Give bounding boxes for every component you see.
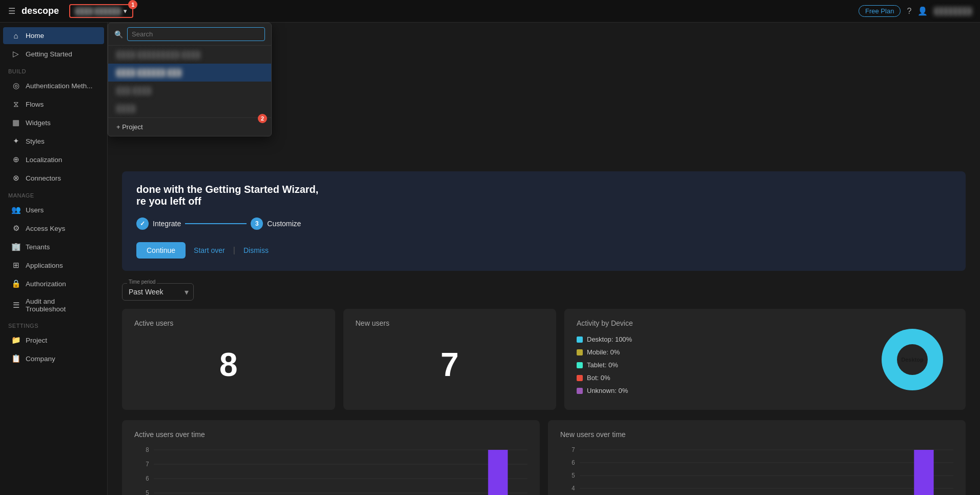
search-input[interactable]	[127, 27, 265, 41]
hamburger-icon[interactable]: ☰	[8, 6, 15, 16]
sidebar-item-authorization-label: Authorization	[26, 280, 66, 288]
badge-2: 2	[258, 114, 267, 123]
badge-1: 1	[128, 0, 137, 9]
sidebar-item-auth-methods[interactable]: ◎ Authentication Meth...	[3, 77, 104, 94]
time-period-label: Time period	[127, 279, 157, 285]
sidebar-item-getting-started[interactable]: ▷ Getting Started	[3, 45, 104, 63]
logo-text: descope	[22, 6, 59, 16]
project-icon: 📁	[11, 335, 21, 345]
legend-unknown: Unknown: 0%	[577, 387, 861, 394]
active-users-title: Active users	[134, 319, 323, 327]
sidebar-item-audit-label: Audit and Troubleshoot	[26, 298, 96, 313]
getting-started-banner: done with the Getting Started Wizard, re…	[122, 171, 966, 271]
legend-tablet-label: Tablet: 0%	[587, 361, 618, 369]
legend-desktop-label: Desktop: 100%	[587, 335, 632, 343]
sidebar-item-tenants[interactable]: 🏢 Tenants	[3, 238, 104, 255]
time-period-select[interactable]: Past Week Past Month Past Year	[122, 283, 194, 301]
sidebar-item-flows[interactable]: ⧖ Flows	[3, 95, 104, 113]
add-project-button[interactable]: + Project 2	[108, 117, 271, 136]
body-wrap: ⌂ Home ▷ Getting Started Build ◎ Authent…	[0, 23, 980, 495]
logo: descope	[22, 6, 59, 16]
sidebar-item-audit[interactable]: ☰ Audit and Troubleshoot	[3, 293, 104, 317]
sidebar-item-localization[interactable]: ⊕ Localization	[3, 151, 104, 168]
sidebar-item-widgets[interactable]: ▦ Widgets	[3, 114, 104, 131]
new-users-card: New users 7	[343, 309, 557, 410]
gs-title: done with the Getting Started Wizard, re…	[136, 184, 951, 207]
legend-dot-mobile	[577, 349, 583, 355]
gs-step-customize: 3 Customize	[251, 217, 301, 230]
legend-bot: Bot: 0%	[577, 374, 861, 382]
help-icon[interactable]: ?	[907, 7, 911, 16]
sidebar-item-authorization[interactable]: 🔒 Authorization	[3, 275, 104, 292]
flows-icon: ⧖	[11, 100, 21, 109]
sidebar-item-company[interactable]: 📋 Company	[3, 350, 104, 367]
dropdown-item-2-label: ████ ██████ ███	[116, 69, 181, 76]
users-icon: 👥	[11, 205, 21, 214]
sidebar-item-access-keys-label: Access Keys	[26, 225, 65, 232]
device-legend: Desktop: 100% Mobile: 0% Tablet: 0%	[577, 335, 861, 394]
sidebar-item-tenants-label: Tenants	[26, 243, 50, 251]
main-inner: done with the Getting Started Wizard, re…	[108, 161, 980, 495]
dismiss-button[interactable]: Dismiss	[243, 246, 269, 254]
dropdown-arrow-icon: ▾	[124, 7, 127, 15]
styles-icon: ✦	[11, 136, 21, 146]
sidebar-item-localization-label: Localization	[26, 156, 62, 164]
new-users-chart-area: 7 6 5 4 3	[560, 445, 953, 495]
project-selector-button[interactable]: ████ ██████ ▾	[69, 4, 133, 18]
gs-step-customize-circle: 3	[251, 217, 263, 230]
active-users-card: Active users 8	[122, 309, 335, 410]
active-users-over-time-title: Active users over time	[134, 430, 527, 439]
tenants-icon: 🏢	[11, 242, 21, 251]
project-name-blurred: ████ ██████	[75, 8, 120, 15]
sidebar-item-users-label: Users	[26, 206, 44, 214]
sidebar-item-project[interactable]: 📁 Project	[3, 331, 104, 349]
topbar-right: Free Plan ? 👤 ████████	[859, 5, 972, 17]
connectors-icon: ⊗	[11, 173, 21, 183]
user-name-label: ████████	[934, 7, 972, 15]
user-icon[interactable]: 👤	[917, 6, 928, 16]
sidebar-item-flows-label: Flows	[26, 101, 44, 108]
stat-cards-row: Active users 8 New users 7 Activity by D…	[122, 309, 966, 410]
home-icon: ⌂	[11, 31, 21, 40]
sidebar-item-auth-label: Authentication Meth...	[26, 82, 93, 90]
free-plan-button[interactable]: Free Plan	[859, 5, 901, 17]
sidebar-item-home-label: Home	[26, 32, 44, 39]
localization-icon: ⊕	[11, 155, 21, 164]
time-period-select-wrap: Time period Past Week Past Month Past Ye…	[122, 283, 194, 301]
dropdown-item-1[interactable]: ████ █████████ ████	[108, 46, 271, 64]
dropdown-item-2[interactable]: ████ ██████ ███	[108, 64, 271, 82]
legend-desktop: Desktop: 100%	[577, 335, 861, 343]
audit-icon: ☰	[11, 301, 21, 310]
sidebar-item-access-keys[interactable]: ⚙ Access Keys	[3, 220, 104, 237]
project-selector[interactable]: ████ ██████ ▾ 1	[69, 4, 133, 18]
y-label-7: 7	[146, 461, 149, 467]
start-over-button[interactable]: Start over	[194, 246, 225, 254]
ny-label-5: 5	[571, 472, 575, 479]
gs-step-line-1	[185, 223, 247, 224]
active-users-bar	[488, 450, 507, 495]
donut-center-label: Desktop	[901, 357, 924, 363]
legend-tablet: Tablet: 0%	[577, 361, 861, 369]
time-period-row: Time period Past Week Past Month Past Ye…	[122, 283, 966, 301]
activity-by-device-title: Activity by Device	[577, 319, 861, 327]
search-icon: 🔍	[114, 30, 123, 38]
continue-button[interactable]: Continue	[136, 242, 186, 259]
ny-label-7: 7	[571, 446, 575, 453]
authorization-icon: 🔒	[11, 279, 21, 288]
getting-started-icon: ▷	[11, 49, 21, 58]
gs-steps: ✓ Integrate 3 Customize	[136, 217, 951, 230]
sidebar-item-styles[interactable]: ✦ Styles	[3, 132, 104, 150]
y-label-6: 6	[146, 475, 149, 482]
legend-unknown-label: Unknown: 0%	[587, 387, 628, 394]
main-content: 🔍 ████ █████████ ████ ████ ██████ ███ ██…	[108, 23, 980, 495]
sidebar-item-connectors[interactable]: ⊗ Connectors	[3, 169, 104, 187]
sidebar-item-applications[interactable]: ⊞ Applications	[3, 256, 104, 274]
auth-methods-icon: ◎	[11, 81, 21, 90]
dropdown-item-3[interactable]: ███ ████	[108, 82, 271, 100]
sidebar-item-home[interactable]: ⌂ Home	[3, 27, 104, 44]
sidebar-item-users[interactable]: 👥 Users	[3, 201, 104, 219]
dropdown-item-4[interactable]: ████	[108, 100, 271, 117]
company-icon: 📋	[11, 354, 21, 363]
new-users-chart-svg: 7 6 5 4 3	[560, 445, 953, 495]
sidebar-item-project-label: Project	[26, 336, 47, 344]
